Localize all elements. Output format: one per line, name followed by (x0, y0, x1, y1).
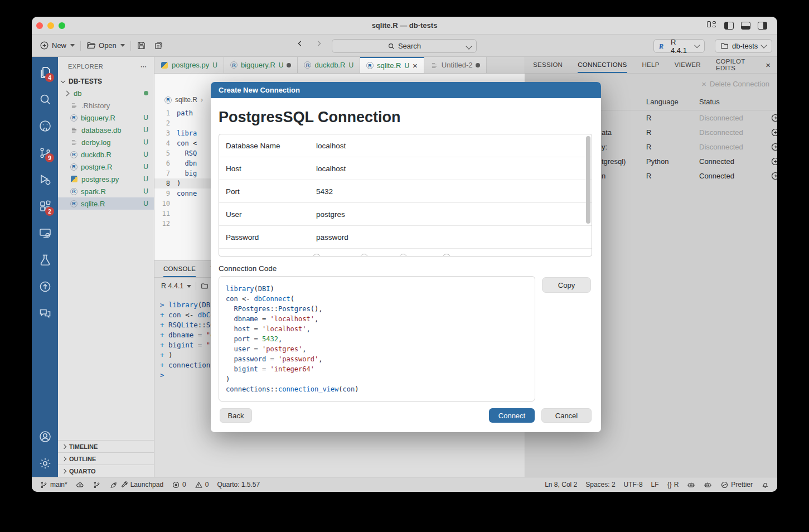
status-item[interactable] (761, 481, 769, 489)
file-row-postgres.py[interactable]: postgres.pyU (58, 173, 154, 185)
activity-github[interactable] (32, 113, 58, 139)
search-input[interactable]: Search (332, 39, 477, 53)
file-row-derby.log[interactable]: derby.logU (58, 136, 154, 148)
form-scrollbar[interactable] (586, 136, 590, 224)
status-item-spaces-2[interactable]: Spaces: 2 (585, 481, 615, 489)
connect-button[interactable]: Connect (489, 408, 535, 423)
open-connection-icon[interactable] (771, 142, 777, 152)
status-item-main-[interactable]: main* (40, 481, 67, 489)
navigate-back-icon[interactable] (295, 39, 304, 48)
activity-remote[interactable] (32, 220, 58, 246)
status-item-prettier[interactable]: Prettier (720, 481, 753, 489)
panel-tab-session[interactable]: SESSION (533, 57, 563, 73)
activity-chat[interactable] (32, 300, 58, 327)
file-row-db[interactable]: db (58, 87, 154, 99)
panel-tab-viewer[interactable]: VIEWER (675, 57, 701, 73)
workspace-root-row[interactable]: DB-TESTS (58, 76, 154, 87)
copy-button[interactable]: Copy (542, 277, 591, 293)
activity-extensions[interactable]: 2 (32, 193, 58, 220)
activity-account[interactable] (32, 423, 58, 450)
status-item-utf-8[interactable]: UTF-8 (624, 481, 643, 489)
panel-close-icon[interactable]: × (766, 60, 771, 70)
open-connection-icon[interactable] (771, 171, 777, 181)
status-item-launchpad[interactable]: Launchpad (109, 481, 163, 489)
folder-chevron-icon[interactable] (62, 89, 70, 97)
tab-close-icon[interactable]: × (413, 61, 418, 70)
delete-connection-button[interactable]: Delete Connection (710, 80, 769, 88)
panel-tab-help[interactable]: HELP (642, 57, 660, 73)
file-row-sqlite.R[interactable]: Rsqlite.RU (58, 197, 154, 210)
activity-explorer[interactable]: 4 (32, 59, 58, 86)
section-quarto[interactable]: QUARTO (58, 465, 154, 477)
open-connection-icon[interactable] (771, 113, 777, 123)
connection-code-box[interactable]: library(DBI)con <- dbConnect( RPostgres:… (219, 276, 535, 402)
tab-sqlite.R[interactable]: Rsqlite.RU× (360, 57, 424, 73)
back-button[interactable]: Back (220, 408, 252, 423)
navigate-forward-icon[interactable] (314, 39, 323, 48)
status-item-0[interactable]: 0 (195, 481, 209, 489)
interpreter-selector[interactable]: R R 4.4.1 (653, 39, 705, 53)
toggle-right-panel-icon[interactable] (758, 22, 767, 30)
chevron-right-icon (62, 444, 66, 448)
save-all-icon[interactable] (154, 41, 163, 50)
status-item-quarto-1-5-57[interactable]: Quarto: 1.5.57 (217, 481, 260, 489)
radio-option-icon[interactable] (399, 254, 407, 257)
status-item-ln-8-col-2[interactable]: Ln 8, Col 2 (545, 481, 577, 489)
status-item[interactable] (93, 481, 101, 489)
cancel-button[interactable]: Cancel (541, 408, 592, 423)
tab-bigquery.R[interactable]: Rbigquery.RU (224, 57, 298, 73)
status-item-lf[interactable]: LF (651, 481, 659, 489)
status-item[interactable] (76, 481, 84, 489)
toggle-bottom-panel-icon[interactable] (741, 22, 750, 30)
r-file-icon: R (70, 163, 77, 171)
file-row-duckdb.R[interactable]: Rduckdb.RU (58, 148, 154, 161)
main-toolbar: New Open Search R R 4.4.1 db (32, 35, 777, 57)
file-row-database.db[interactable]: database.dbU (58, 124, 154, 136)
activity-search[interactable] (32, 86, 58, 113)
status-item-r[interactable]: {}R (667, 481, 679, 489)
tab-duckdb.R[interactable]: Rduckdb.RU (298, 57, 360, 73)
form-row-host[interactable]: Hostlocalhost (219, 157, 592, 180)
section-timeline[interactable]: TIMELINE (58, 440, 154, 452)
open-connection-icon[interactable] (771, 157, 777, 166)
activity-testing[interactable] (32, 246, 58, 273)
file-row-bigquery.R[interactable]: Rbigquery.RU (58, 112, 154, 124)
radio-option-icon[interactable] (313, 254, 321, 257)
form-row-user[interactable]: Userpostgres (219, 203, 592, 226)
activity-publish[interactable] (32, 273, 58, 300)
explorer-more-icon[interactable]: ⋯ (141, 63, 147, 70)
status-item[interactable] (704, 481, 712, 489)
open-connection-icon[interactable] (771, 128, 777, 137)
save-icon[interactable] (137, 41, 146, 50)
status-item[interactable] (687, 481, 695, 489)
activity-source-control[interactable]: 9 (32, 139, 58, 166)
code-line: user = 'postgres', (226, 344, 535, 354)
tab-postgres.py[interactable]: postgres.pyU (154, 57, 224, 73)
file-row-.Rhistory[interactable]: .Rhistory (58, 99, 154, 112)
tab-Untitled-2[interactable]: Untitled-2 (424, 57, 487, 73)
file-row-spark.R[interactable]: Rspark.RU (58, 185, 154, 197)
form-row-database-name[interactable]: Database Namelocalhost (219, 134, 592, 157)
toggle-left-panel-icon[interactable] (724, 22, 734, 30)
braces-icon: {} (667, 481, 672, 489)
new-button[interactable]: New (37, 39, 77, 52)
panel-tab-connections[interactable]: CONNECTIONS (578, 57, 627, 73)
section-label: TIMELINE (69, 443, 98, 450)
customize-layout-icon[interactable] (707, 21, 717, 30)
section-outline[interactable]: OUTLINE (58, 452, 154, 465)
console-runtime-selector[interactable]: R 4.4.1 (161, 282, 191, 290)
radio-option-icon[interactable] (360, 254, 368, 257)
panel-tab-copilot-edits[interactable]: COPILOT EDITS (716, 57, 745, 73)
git-status-badge: U (143, 187, 148, 195)
breadcrumb[interactable]: R sqlite.R › (164, 96, 203, 104)
radio-option-icon[interactable] (443, 254, 450, 257)
file-row-postgre.R[interactable]: Rpostgre.RU (58, 161, 154, 173)
activity-debug[interactable] (32, 166, 58, 193)
console-tab-console[interactable]: CONSOLE (163, 261, 196, 277)
form-row-password[interactable]: Passwordpassword (219, 226, 592, 249)
activity-settings[interactable] (32, 450, 58, 477)
status-item-0[interactable]: 0 (172, 481, 186, 489)
open-button[interactable]: Open (84, 39, 127, 52)
workspace-selector[interactable]: db-tests (715, 39, 772, 53)
form-row-port[interactable]: Port5432 (219, 180, 592, 203)
